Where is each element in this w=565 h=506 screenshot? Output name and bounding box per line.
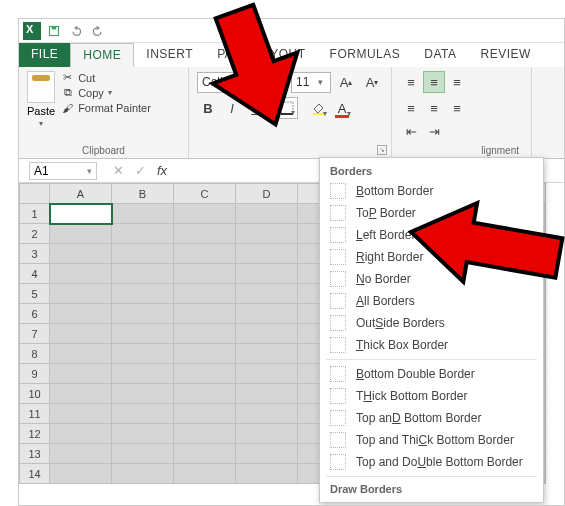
menu-bottom-border[interactable]: Bottom Border: [320, 180, 543, 202]
select-all-cell[interactable]: [20, 184, 50, 204]
cancel-formula-button[interactable]: ✕: [107, 163, 129, 178]
menu-left-border[interactable]: Left Border: [320, 224, 543, 246]
row-header[interactable]: 10: [20, 384, 50, 404]
bold-button[interactable]: B: [197, 97, 219, 119]
border-icon: [330, 183, 346, 199]
font-name-combo[interactable]: Calibri▾: [197, 72, 287, 93]
border-icon: [330, 205, 346, 221]
paste-button[interactable]: Paste ▾: [27, 71, 55, 128]
menu-top-and-thick-bottom-border[interactable]: Top and ThiCk Bottom Border: [320, 429, 543, 451]
enter-formula-button[interactable]: ✓: [129, 163, 151, 178]
col-header[interactable]: B: [112, 184, 174, 204]
menu-top-border[interactable]: ToP Border: [320, 202, 543, 224]
borders-menu: Borders Bottom Border ToP Border Left Bo…: [319, 157, 544, 503]
menu-top-and-bottom-border[interactable]: Top anD Bottom Border: [320, 407, 543, 429]
tab-review[interactable]: REVIEW: [468, 43, 542, 67]
scissors-icon: ✂: [61, 71, 74, 84]
svg-rect-4: [313, 113, 324, 115]
row-header[interactable]: 13: [20, 444, 50, 464]
name-box[interactable]: A1▾: [29, 162, 97, 180]
borders-button[interactable]: [276, 97, 298, 119]
cell[interactable]: [174, 204, 236, 224]
row-header[interactable]: 9: [20, 364, 50, 384]
col-header[interactable]: C: [174, 184, 236, 204]
cell[interactable]: [112, 204, 174, 224]
cell[interactable]: [50, 224, 112, 244]
border-icon: [330, 271, 346, 287]
underline-button[interactable]: U: [245, 97, 267, 119]
qat-undo-button[interactable]: [67, 22, 85, 40]
menu-bottom-double-border[interactable]: Bottom Double Border: [320, 363, 543, 385]
border-icon: [330, 366, 346, 382]
border-icon: [330, 432, 346, 448]
border-icon: [330, 249, 346, 265]
svg-rect-2: [281, 102, 293, 114]
tab-home[interactable]: HOME: [70, 43, 134, 67]
paste-label: Paste: [27, 105, 55, 117]
row-header[interactable]: 8: [20, 344, 50, 364]
align-left-button[interactable]: ≡: [400, 97, 422, 119]
decrease-font-button[interactable]: A▾: [361, 71, 383, 93]
row-header[interactable]: 3: [20, 244, 50, 264]
font-launcher[interactable]: ↘: [377, 145, 387, 155]
row-header[interactable]: 5: [20, 284, 50, 304]
tab-page-layout[interactable]: PAGE LAYOUT: [205, 43, 317, 67]
cell[interactable]: [50, 204, 112, 224]
increase-font-button[interactable]: A▴: [335, 71, 357, 93]
fill-color-button[interactable]: [307, 97, 329, 119]
row-header[interactable]: 1: [20, 204, 50, 224]
menu-right-border[interactable]: Right Border: [320, 246, 543, 268]
tab-formulas[interactable]: FORMULAS: [318, 43, 413, 67]
border-icon: [330, 337, 346, 353]
qat-redo-button[interactable]: [89, 22, 107, 40]
row-header[interactable]: 11: [20, 404, 50, 424]
format-painter-button[interactable]: 🖌Format Painter: [61, 101, 151, 114]
brush-icon: 🖌: [61, 101, 74, 114]
cell[interactable]: [236, 204, 298, 224]
draw-borders-header: Draw Borders: [320, 480, 543, 498]
menu-no-border[interactable]: No Border: [320, 268, 543, 290]
col-header[interactable]: A: [50, 184, 112, 204]
align-top-button[interactable]: ≡: [400, 71, 422, 93]
font-color-button[interactable]: A: [331, 97, 353, 119]
row-header[interactable]: 4: [20, 264, 50, 284]
qat-save-button[interactable]: [45, 22, 63, 40]
border-icon: [330, 293, 346, 309]
border-icon: [330, 388, 346, 404]
row-header[interactable]: 7: [20, 324, 50, 344]
border-icon: [330, 410, 346, 426]
decrease-indent-button[interactable]: ⇤: [400, 120, 422, 142]
border-icon: [330, 454, 346, 470]
excel-icon: [23, 22, 41, 40]
copy-icon: ⧉: [61, 86, 74, 99]
alignment-group-label: lignment: [400, 143, 523, 156]
increase-indent-button[interactable]: ⇥: [423, 120, 445, 142]
tab-insert[interactable]: INSERT: [134, 43, 205, 67]
menu-thick-bottom-border[interactable]: THick Bottom Border: [320, 385, 543, 407]
menu-top-and-double-bottom-border[interactable]: Top and DoUble Bottom Border: [320, 451, 543, 473]
align-center-button[interactable]: ≡: [423, 97, 445, 119]
tab-data[interactable]: DATA: [412, 43, 468, 67]
cut-button[interactable]: ✂Cut: [61, 71, 151, 84]
align-right-button[interactable]: ≡: [446, 97, 468, 119]
row-header[interactable]: 12: [20, 424, 50, 444]
col-header[interactable]: D: [236, 184, 298, 204]
align-middle-button[interactable]: ≡: [423, 71, 445, 93]
menu-outside-borders[interactable]: OutSide Borders: [320, 312, 543, 334]
svg-rect-5: [335, 115, 349, 118]
paste-icon: [27, 71, 55, 103]
tab-file[interactable]: FILE: [19, 43, 70, 67]
row-header[interactable]: 14: [20, 464, 50, 484]
svg-rect-1: [52, 26, 57, 29]
menu-thick-box-border[interactable]: Thick Box Border: [320, 334, 543, 356]
font-size-combo[interactable]: 11▾: [291, 72, 331, 93]
insert-function-button[interactable]: fx: [151, 163, 173, 178]
border-icon: [330, 315, 346, 331]
row-header[interactable]: 6: [20, 304, 50, 324]
align-bottom-button[interactable]: ≡: [446, 71, 468, 93]
copy-button[interactable]: ⧉Copy▾: [61, 86, 151, 99]
menu-all-borders[interactable]: All Borders: [320, 290, 543, 312]
italic-button[interactable]: I: [221, 97, 243, 119]
border-icon: [330, 227, 346, 243]
row-header[interactable]: 2: [20, 224, 50, 244]
